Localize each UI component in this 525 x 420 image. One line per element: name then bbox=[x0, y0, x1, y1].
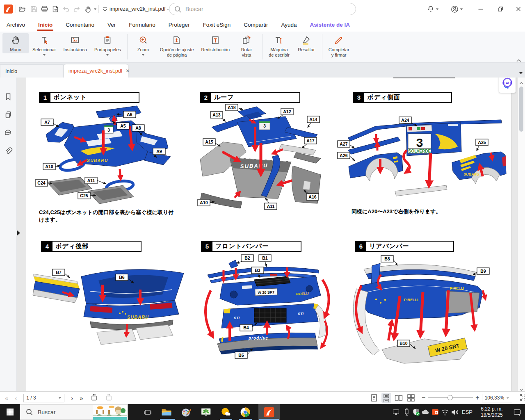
notifications-caret[interactable] bbox=[436, 9, 438, 10]
account-avatar[interactable] bbox=[450, 4, 459, 14]
vertical-scrollbar[interactable] bbox=[517, 78, 525, 391]
menu-formulario[interactable]: Formulario bbox=[128, 19, 156, 31]
zoom-out-button[interactable]: − bbox=[422, 394, 425, 402]
snapshot-button[interactable]: Instantánea bbox=[59, 33, 91, 53]
minimize-button[interactable] bbox=[476, 4, 486, 14]
reflow-button[interactable]: Redistribución bbox=[197, 33, 233, 53]
tray-wifi-icon[interactable] bbox=[440, 404, 450, 420]
page-box-caret[interactable] bbox=[59, 397, 61, 399]
collapse-toolbar-icon[interactable] bbox=[100, 4, 110, 14]
continuous-facing-view-button[interactable] bbox=[406, 393, 416, 403]
select-caret[interactable] bbox=[43, 54, 46, 56]
fit-page-button[interactable]: Opción de ajuste de página bbox=[156, 33, 198, 59]
menu-asistente-ia[interactable]: Asistente de IA bbox=[309, 19, 351, 31]
bookmarks-panel-icon[interactable] bbox=[4, 92, 13, 101]
menu-ayuda[interactable]: Ayuda bbox=[280, 19, 297, 31]
tab-overflow-caret[interactable] bbox=[519, 68, 523, 76]
zoom-level-box[interactable]: 106,33% bbox=[482, 394, 512, 402]
svg-text:A24: A24 bbox=[401, 118, 409, 123]
zoom-box-caret[interactable] bbox=[507, 397, 509, 399]
zoom-in-button[interactable]: + bbox=[475, 394, 479, 402]
touch-mode-button[interactable] bbox=[83, 4, 93, 14]
menu-comentario[interactable]: Comentario bbox=[65, 19, 95, 31]
prev-page-button[interactable]: ‹ bbox=[15, 395, 17, 402]
taskbar-pepakura-app[interactable] bbox=[196, 404, 216, 420]
tray-language[interactable]: ESP bbox=[460, 404, 474, 420]
taskbar-weather-app[interactable] bbox=[216, 404, 235, 420]
scroll-down-icon[interactable] bbox=[519, 386, 523, 391]
zoom-slider-thumb[interactable] bbox=[447, 395, 453, 400]
taskbar-search-box[interactable] bbox=[20, 404, 128, 420]
hand-tool-button[interactable]: Mano bbox=[2, 33, 29, 53]
taskbar-foxit-active[interactable] bbox=[258, 404, 280, 420]
tray-cast-icon[interactable] bbox=[390, 404, 401, 420]
start-button[interactable] bbox=[0, 404, 20, 420]
pages-panel-icon[interactable] bbox=[4, 110, 13, 119]
zoom-slider[interactable] bbox=[428, 397, 473, 398]
redo-button[interactable] bbox=[72, 4, 82, 14]
fullscreen-button[interactable] bbox=[519, 393, 525, 403]
print-button[interactable] bbox=[39, 4, 49, 14]
notifications-bell-icon[interactable] bbox=[426, 4, 436, 14]
attachments-panel-icon[interactable] bbox=[4, 146, 13, 155]
fill-sign-button[interactable]: Completar y firmar bbox=[325, 33, 353, 59]
facing-view-button[interactable] bbox=[394, 393, 404, 403]
last-page-button[interactable]: » bbox=[80, 395, 83, 402]
prev-view-button[interactable] bbox=[90, 393, 98, 403]
tray-clock[interactable]: 6:22 p. m. 18/5/2025 bbox=[475, 404, 509, 420]
global-search-box[interactable] bbox=[169, 3, 356, 15]
touch-mode-caret[interactable] bbox=[94, 9, 96, 10]
tray-onedrive-icon[interactable] bbox=[420, 404, 431, 420]
rotate-view-button[interactable]: Rotar vista bbox=[233, 33, 260, 59]
front-bumper-diagram: W 20 SRT PIRELLI STI STI prodrive bbox=[193, 251, 332, 368]
sidebar-expand-handle[interactable] bbox=[17, 230, 20, 236]
export-page-button[interactable] bbox=[50, 4, 60, 14]
save-button[interactable] bbox=[29, 4, 39, 14]
typewriter-button[interactable]: Máquina de escribir bbox=[265, 33, 293, 59]
divider bbox=[16, 5, 16, 13]
tab-home[interactable]: Inicio bbox=[0, 64, 64, 78]
taskbar-paint-app[interactable] bbox=[176, 404, 196, 420]
search-highlight-illustration[interactable] bbox=[93, 405, 127, 420]
search-input[interactable] bbox=[185, 5, 351, 13]
menu-foxit-esign[interactable]: Foxit eSign bbox=[202, 19, 232, 31]
undo-button[interactable] bbox=[61, 4, 71, 14]
comments-panel-icon[interactable] bbox=[4, 128, 13, 137]
taskbar-chrome[interactable] bbox=[235, 404, 255, 420]
next-page-button[interactable]: › bbox=[71, 395, 73, 402]
task-view-button[interactable] bbox=[138, 404, 158, 420]
menu-inicio[interactable]: Inicio bbox=[37, 19, 53, 31]
select-tool-button[interactable]: Seleccionar bbox=[29, 33, 59, 57]
panel-title-5: 5 フロントバンパー bbox=[201, 241, 301, 252]
scroll-up-icon[interactable] bbox=[519, 79, 523, 87]
zoom-button[interactable]: Zoom bbox=[130, 33, 156, 57]
clipboard-caret[interactable] bbox=[106, 54, 109, 56]
close-button[interactable] bbox=[514, 4, 523, 14]
open-file-button[interactable] bbox=[17, 4, 27, 14]
menu-archivo[interactable]: Archivo bbox=[6, 19, 26, 31]
restore-button[interactable] bbox=[495, 4, 505, 14]
svg-text:B5: B5 bbox=[238, 353, 244, 358]
continuous-view-button[interactable] bbox=[381, 393, 391, 403]
clipboard-button[interactable]: Portapapeles bbox=[91, 33, 125, 57]
menu-proteger[interactable]: Proteger bbox=[168, 19, 191, 31]
account-caret[interactable] bbox=[460, 9, 463, 10]
tray-foxit-icon[interactable] bbox=[430, 404, 441, 420]
first-page-button[interactable]: « bbox=[5, 395, 8, 402]
highlight-button[interactable]: Resaltar bbox=[293, 33, 320, 53]
ai-assistant-button[interactable]: AI bbox=[499, 78, 516, 93]
scrollbar-thumb[interactable] bbox=[519, 87, 523, 132]
action-center-icon[interactable] bbox=[510, 404, 524, 420]
single-page-view-button[interactable] bbox=[369, 393, 379, 403]
taskbar-file-explorer[interactable] bbox=[157, 404, 176, 420]
tray-volume-icon[interactable] bbox=[450, 404, 460, 420]
next-view-button[interactable] bbox=[105, 393, 113, 403]
page-number-box[interactable]: 1 / 3 bbox=[23, 394, 64, 402]
tab-document[interactable]: impreza_wrc2k_inst.pdf ✕ bbox=[64, 64, 128, 78]
tab-close-icon[interactable]: ✕ bbox=[126, 68, 130, 74]
tray-time: 6:22 p. m. bbox=[481, 406, 502, 412]
menu-compartir[interactable]: Compartir bbox=[243, 19, 269, 31]
taskbar-search-input[interactable] bbox=[37, 409, 88, 416]
menu-ver[interactable]: Ver bbox=[107, 19, 116, 31]
zoom-caret[interactable] bbox=[142, 54, 145, 56]
